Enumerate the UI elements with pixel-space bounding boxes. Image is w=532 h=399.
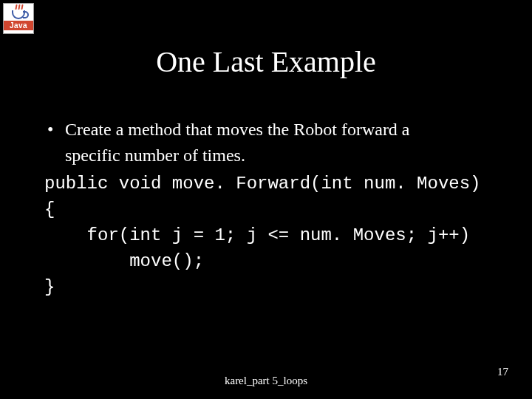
code-line-2: { — [44, 200, 55, 219]
bullet-item: Create a method that moves the Robot for… — [44, 118, 502, 141]
java-logo: Java — [3, 3, 34, 34]
java-logo-text: Java — [4, 21, 33, 30]
code-line-5: } — [44, 277, 55, 297]
code-block: public void move. Forward(int num. Moves… — [44, 171, 502, 300]
slide-body: Create a method that moves the Robot for… — [44, 118, 502, 300]
footer-center: karel_part 5_loops — [0, 375, 532, 387]
slide-number: 17 — [497, 366, 508, 378]
slide: Java One Last Example Create a method th… — [0, 0, 532, 399]
code-line-4: move(); — [44, 251, 204, 271]
bullet-text-line2: specific number of times. — [44, 144, 502, 167]
java-cup-icon — [12, 10, 25, 19]
code-line-3: for(int j = 1; j <= num. Moves; j++) — [44, 225, 470, 245]
bullet-text-line1: Create a method that moves the Robot for… — [65, 120, 410, 139]
slide-title: One Last Example — [0, 44, 532, 79]
code-line-1: public void move. Forward(int num. Moves… — [44, 174, 481, 194]
java-steam-icon — [16, 4, 23, 10]
